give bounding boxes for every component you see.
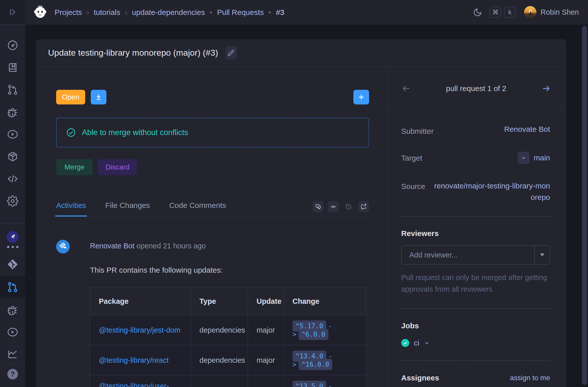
job-name-link[interactable]: ci	[414, 339, 419, 347]
package-link[interactable]: @testing-library/user-event	[99, 382, 169, 387]
updates-table-header-row: Package Type Update Change	[90, 288, 366, 315]
assignees-title: Assignees	[401, 374, 439, 382]
arrow-right-icon	[541, 84, 551, 93]
select-dropdown-arrow-icon	[534, 246, 550, 264]
breadcrumb-pull-requests[interactable]: Pull Requests	[217, 8, 264, 17]
assign-to-me-link[interactable]: assign to me	[510, 374, 550, 382]
vertical-scrollbar[interactable]	[582, 26, 587, 385]
sidebar-item-dashboard[interactable]	[7, 39, 19, 51]
comment-author-link[interactable]: Renovate Bot	[90, 242, 134, 250]
sidebar-expand-icon	[8, 7, 18, 17]
pr-pagination-text: pull request 1 of 2	[446, 84, 506, 93]
user-name[interactable]: Robin Shen	[540, 8, 579, 16]
download-icon	[95, 93, 102, 101]
previous-pr-button[interactable]	[402, 84, 411, 93]
shortcut-key-cmd: ⌘	[490, 7, 501, 18]
package-icon	[7, 151, 18, 162]
add-reviewer-placeholder: Add reviewer...	[402, 246, 534, 264]
project-switcher-dots-icon[interactable]	[7, 246, 18, 248]
gear-icon	[7, 195, 18, 207]
package-link[interactable]: @testing-library/react	[99, 356, 169, 364]
type-cell: dependencies	[191, 375, 248, 387]
commit-icon	[330, 203, 337, 210]
activity-comment: Renovate Bot opened 21 hours ago This PR…	[56, 240, 369, 387]
sidebar-item-pull-requests[interactable]	[7, 84, 19, 96]
sidebar-item-packages[interactable]	[7, 150, 19, 163]
question-mark-icon: ?	[11, 370, 15, 378]
tab-code-comments[interactable]: Code Comments	[169, 201, 226, 216]
state-badge-open[interactable]: Open	[56, 90, 85, 104]
merge-actions-row: Merge Discard	[56, 159, 369, 175]
submitter-value-link[interactable]: Renovate Bot	[504, 125, 550, 134]
breadcrumb-dot-icon: •	[269, 8, 271, 16]
sidebar-item-code-search[interactable]	[7, 173, 19, 185]
edit-title-button[interactable]	[225, 46, 237, 60]
discard-button[interactable]: Discard	[98, 159, 137, 175]
sidebar-item-code[interactable]	[7, 61, 19, 74]
target-branch-dropdown[interactable]	[517, 152, 530, 164]
sidebar-item-git-repo[interactable]	[7, 258, 19, 270]
sidebar-item-builds[interactable]	[7, 128, 19, 140]
arrow-left-icon	[402, 84, 411, 93]
tab-action-buttons	[312, 201, 369, 216]
job-success-check-icon	[401, 339, 409, 347]
add-comment-button[interactable]	[353, 90, 369, 104]
type-cell: dependencies	[191, 345, 248, 375]
bug-icon	[7, 106, 18, 118]
next-pr-button[interactable]	[541, 84, 551, 93]
project-avatar[interactable]	[7, 231, 18, 243]
sidebar-item-project-builds[interactable]	[7, 326, 19, 338]
breadcrumb-projects[interactable]: Projects	[55, 8, 82, 17]
code-icon	[7, 173, 18, 185]
plus-icon	[357, 93, 365, 101]
job-ci-row[interactable]: ci	[401, 339, 550, 347]
sidebar-item-project-issues[interactable]	[7, 304, 19, 316]
version-to: ^6.0.0	[299, 329, 328, 340]
sidebar-item-pull-requests-active[interactable]	[0, 276, 25, 298]
source-branch-link[interactable]: renovate/major-testing-library-monorepo	[433, 180, 550, 203]
help-button[interactable]: ?	[7, 369, 18, 379]
update-cell: major	[248, 315, 284, 345]
pr-main-column: Open Able to merge without conflicts Mer…	[36, 67, 387, 387]
target-label: Target	[401, 152, 422, 162]
package-link[interactable]: @testing-library/jest-dom	[99, 326, 180, 334]
history-button[interactable]	[343, 201, 354, 212]
filter-comments-button[interactable]	[312, 201, 324, 212]
source-label: Source	[401, 180, 425, 191]
user-avatar[interactable]	[524, 6, 536, 18]
page-content: Update testing-library monorepo (major) …	[25, 25, 588, 387]
breadcrumb-project[interactable]: tutorials	[94, 8, 120, 17]
pull-request-card: Update testing-library monorepo (major) …	[36, 39, 566, 387]
download-patch-button[interactable]	[91, 90, 106, 104]
chevron-down-icon	[521, 155, 526, 161]
breadcrumb-dot-icon: •	[210, 8, 212, 16]
left-sidebar: ?	[0, 25, 25, 387]
merge-button[interactable]: Merge	[56, 159, 93, 175]
target-branch-link[interactable]: main	[534, 154, 550, 162]
pr-title-bar: Update testing-library monorepo (major) …	[36, 39, 566, 67]
breadcrumb-repo[interactable]: update-dependencies	[132, 8, 205, 17]
pr-body: Open Able to merge without conflicts Mer…	[36, 67, 566, 387]
export-comments-button[interactable]	[358, 201, 369, 212]
update-cell: major	[248, 345, 284, 375]
show-commits-button[interactable]	[328, 201, 339, 212]
update-cell: major	[248, 375, 284, 387]
play-circle-icon	[7, 128, 18, 140]
dark-mode-toggle-icon[interactable]	[473, 8, 482, 17]
section-divider	[401, 216, 550, 217]
tab-file-changes[interactable]: File Changes	[105, 201, 150, 216]
sidebar-item-stats[interactable]	[7, 348, 19, 360]
sidebar-item-settings[interactable]	[7, 195, 19, 207]
sidebar-item-issues[interactable]	[7, 106, 19, 118]
target-value-group: main	[517, 152, 550, 164]
tab-activities[interactable]: Activities	[56, 201, 86, 216]
col-header-update: Update	[248, 288, 284, 315]
version-from: ^13.5.0	[292, 381, 326, 387]
merge-status-notice: Able to merge without conflicts	[56, 118, 369, 147]
sidebar-expand-toggle[interactable]	[0, 0, 25, 25]
line-chart-icon	[7, 348, 18, 360]
pr-tabs: Activities File Changes Code Comments	[56, 198, 369, 217]
submitter-label: Submitter	[401, 125, 434, 136]
add-reviewer-select[interactable]: Add reviewer...	[401, 245, 550, 265]
app-logo-icon[interactable]	[33, 5, 48, 20]
